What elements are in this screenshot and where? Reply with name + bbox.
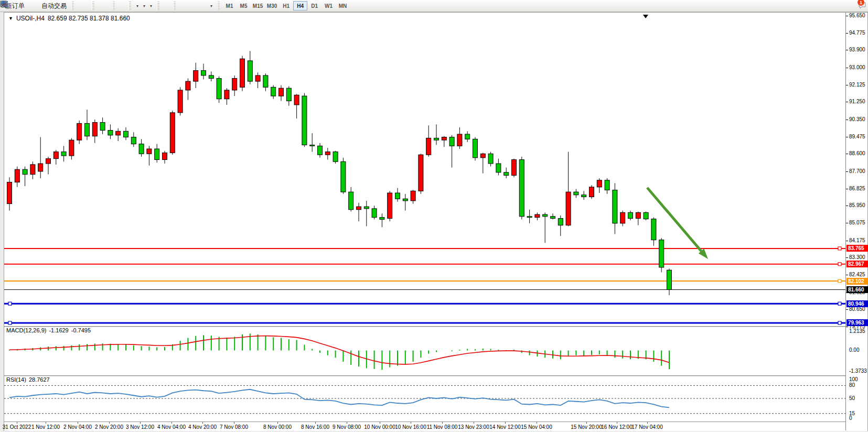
bar-chart-icon[interactable]: [77, 1, 81, 11]
rsi-pane[interactable]: RSI(14) 28.7627: [4, 376, 845, 422]
time-tick: [442, 422, 443, 424]
rsi-axis-label: 0: [846, 415, 868, 422]
time-axis-label: 7 Nov 08:00: [220, 424, 248, 430]
candle-body: [380, 218, 384, 220]
line-handle[interactable]: [838, 247, 841, 250]
chart-title: ▼ USOil-,H4 82.659 82.735 81.378 81.660: [8, 15, 130, 22]
candle-body: [395, 193, 400, 199]
trendline-icon[interactable]: [187, 1, 191, 11]
chevron-down-icon[interactable]: ▾: [210, 4, 212, 8]
autoscroll-icon[interactable]: [117, 1, 122, 11]
candle-body: [46, 159, 51, 164]
tf-button-MN[interactable]: MN: [336, 1, 350, 10]
price-tick-label: 80.650: [846, 306, 868, 312]
tf-button-W1[interactable]: W1: [322, 1, 336, 10]
candle-body: [124, 131, 128, 137]
tf-button-H1[interactable]: H1: [279, 1, 293, 10]
chat-icon[interactable]: 1: [858, 1, 862, 11]
tf-button-M5[interactable]: M5: [237, 1, 251, 10]
candle-body: [333, 152, 338, 162]
signal-icon[interactable]: [35, 1, 39, 11]
tf-button-H4[interactable]: H4: [293, 1, 307, 10]
auto-trading-button[interactable]: 自动交易: [39, 1, 69, 11]
chart-shift-icon[interactable]: [122, 1, 126, 11]
crosshair-icon[interactable]: [166, 1, 170, 11]
candle-body: [620, 212, 625, 223]
price-tick-label: 87.700: [846, 168, 868, 175]
time-tick: [537, 422, 537, 424]
zoom-in-icon[interactable]: [97, 1, 101, 11]
fibonacci-icon[interactable]: F: [195, 1, 199, 11]
time-tick: [380, 422, 380, 424]
tile-windows-icon[interactable]: [105, 1, 110, 11]
shapes-icon[interactable]: ▾: [208, 1, 215, 11]
candle-body: [170, 113, 175, 153]
macd-chart[interactable]: [4, 327, 845, 375]
chevron-down-icon[interactable]: ▾: [136, 4, 138, 8]
line-handle[interactable]: [838, 263, 841, 266]
candle-body: [77, 123, 82, 140]
price-badge-79.963: 79.963: [846, 319, 868, 326]
chart-window: ▼ USOil-,H4 82.659 82.735 81.378 81.660 …: [4, 12, 868, 431]
zoom-out-icon[interactable]: [101, 1, 105, 11]
horizontal-line-icon[interactable]: [183, 1, 187, 11]
candle-body: [457, 134, 462, 146]
text-label-icon[interactable]: T: [203, 1, 208, 11]
search-icon[interactable]: [849, 1, 853, 11]
time-axis[interactable]: 31 Oct 20221 Nov 12:002 Nov 04:002 Nov 2…: [4, 422, 867, 431]
candle-body: [294, 95, 299, 105]
text-icon[interactable]: A: [199, 1, 203, 11]
tf-button-M1[interactable]: M1: [222, 1, 237, 10]
line-handle[interactable]: [8, 302, 12, 305]
candlestick-icon[interactable]: [81, 1, 85, 11]
candle-body: [519, 160, 524, 217]
new-chart-icon[interactable]: ▾: [134, 1, 141, 11]
terminal-icon[interactable]: [31, 1, 35, 11]
candle-body: [667, 270, 672, 289]
line-handle[interactable]: [838, 279, 841, 283]
price-axis[interactable]: 95.65094.77593.90093.00092.12591.25090.3…: [845, 13, 867, 430]
candle-body: [628, 212, 633, 218]
rsi-chart[interactable]: [4, 376, 845, 422]
price-tick-label: 86.825: [846, 186, 868, 192]
time-axis-label: 16 Nov 12:00: [601, 424, 633, 430]
line-chart-icon[interactable]: [85, 1, 89, 11]
candle-body: [419, 155, 423, 191]
candle-body: [108, 130, 113, 135]
candlestick-chart[interactable]: [4, 13, 845, 326]
chart-shift-marker-icon[interactable]: [643, 15, 648, 18]
gold-chart-icon[interactable]: [27, 1, 31, 11]
candle-body: [178, 90, 183, 113]
clock-icon[interactable]: ▾: [141, 1, 147, 11]
time-axis-label: 8 Nov 00:00: [263, 424, 292, 430]
tf-button-M15[interactable]: M15: [251, 1, 265, 10]
cursor-icon[interactable]: [162, 1, 166, 11]
time-tick: [617, 422, 617, 424]
vertical-line-icon[interactable]: [178, 1, 183, 11]
candle-body: [590, 187, 594, 197]
price-badge-82.967: 82.967: [846, 261, 868, 267]
candle-body: [504, 172, 509, 176]
time-axis-label: 2 Nov 20:00: [95, 424, 123, 430]
line-handle[interactable]: [838, 321, 841, 325]
time-tick: [647, 422, 648, 424]
toolbar-separator: [71, 2, 74, 10]
macd-pane[interactable]: MACD(12,26,9) -1.1629 -0.7495: [4, 327, 845, 375]
candle-body: [543, 214, 548, 217]
time-axis-label: 8 Nov 16:00: [301, 424, 329, 430]
price-chart-pane[interactable]: ▼ USOil-,H4 82.659 82.735 81.378 81.660: [4, 13, 845, 326]
chart-title-arrow-icon[interactable]: ▼: [8, 16, 13, 21]
line-handle[interactable]: [838, 302, 841, 305]
chevron-down-icon[interactable]: ▾: [150, 4, 152, 8]
candle-body: [271, 87, 276, 96]
tf-button-M30[interactable]: M30: [265, 1, 279, 10]
tf-button-D1[interactable]: D1: [307, 1, 322, 10]
price-badge-83.765: 83.765: [846, 245, 868, 252]
time-tick: [586, 422, 587, 424]
candle-body: [488, 154, 493, 164]
chart-ohlc-values: 82.659 82.735 81.378 81.660: [48, 15, 130, 22]
line-handle[interactable]: [8, 321, 12, 325]
indicators-icon[interactable]: ▾: [147, 1, 154, 11]
chevron-down-icon[interactable]: ▾: [143, 4, 145, 8]
channel-icon[interactable]: E: [191, 1, 195, 11]
